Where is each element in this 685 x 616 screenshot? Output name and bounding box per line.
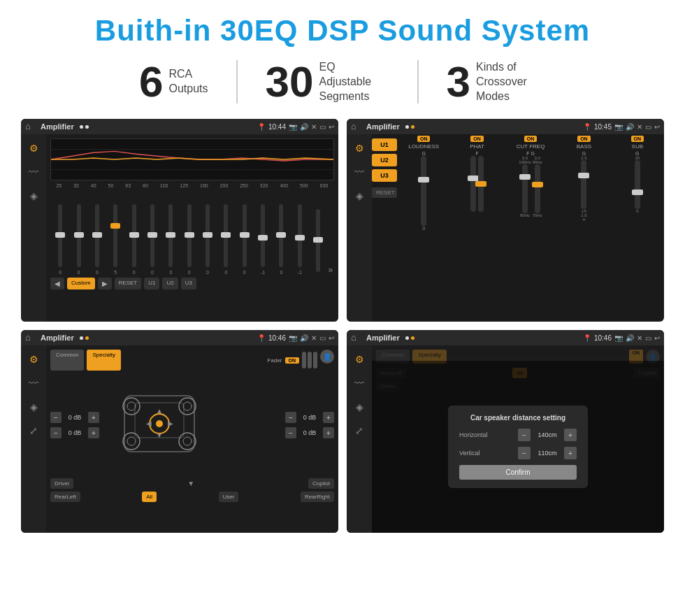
all-label[interactable]: All <box>142 492 157 502</box>
user-label[interactable]: User <box>219 492 239 502</box>
cutfreq-slider-2[interactable] <box>535 164 540 213</box>
back-icon-4[interactable]: ↩ <box>654 334 660 342</box>
vol-plus-4[interactable]: + <box>323 427 334 438</box>
driver-label[interactable]: Driver <box>50 478 73 489</box>
dialog-horizontal-row: Horizontal − 140cm + <box>459 429 577 441</box>
vol-plus-1[interactable]: + <box>88 412 99 423</box>
vol-minus-3[interactable]: − <box>285 412 296 423</box>
prev-arrow[interactable]: ◀ <box>50 278 64 289</box>
vertical-value: 110cm <box>533 450 561 457</box>
reset-btn-eq[interactable]: RESET <box>115 278 142 289</box>
fader-eq-icon[interactable]: ⚙ <box>25 351 42 368</box>
reset-btn-xo[interactable]: RESET <box>372 187 397 198</box>
dlg-speaker-icon[interactable]: ◈ <box>351 399 368 415</box>
slider-15[interactable] <box>310 209 326 275</box>
time-1: 10:44 <box>268 123 286 131</box>
phat-label: PHAT <box>470 143 484 150</box>
confirm-button[interactable]: Confirm <box>459 465 577 480</box>
tab-common[interactable]: Common <box>50 350 84 371</box>
cutfreq-on[interactable]: ON <box>524 136 538 142</box>
preset-u3[interactable]: U3 <box>372 169 397 182</box>
fader-on-badge[interactable]: ON <box>285 357 300 364</box>
xo-eq-icon[interactable]: ⚙ <box>351 140 368 157</box>
sub-on[interactable]: ON <box>631 136 644 142</box>
vertical-minus[interactable]: − <box>518 447 531 459</box>
back-icon[interactable]: ↩ <box>329 123 334 131</box>
cutfreq-slider-1[interactable] <box>522 164 528 213</box>
slider-14[interactable]: -1 <box>291 204 308 275</box>
slider-1[interactable]: 0 <box>52 204 68 275</box>
slider-9[interactable]: 0 <box>199 204 216 275</box>
slider-13[interactable]: 0 <box>273 204 289 275</box>
u2-btn[interactable]: U2 <box>162 278 178 289</box>
close-icon-4: ✕ <box>637 334 642 342</box>
stat-rca: 6 RCAOutputs <box>111 60 238 103</box>
preset-u2[interactable]: U2 <box>372 154 397 166</box>
bass-on[interactable]: ON <box>577 136 591 142</box>
slider-6[interactable]: 0 <box>144 204 161 275</box>
xo-wave-icon[interactable]: 〰 <box>351 164 368 180</box>
dlg-wave-icon[interactable]: 〰 <box>351 375 368 392</box>
back-icon-2[interactable]: ↩ <box>654 123 660 131</box>
u3-btn[interactable]: U3 <box>181 278 196 289</box>
u1-btn[interactable]: U1 <box>144 278 159 289</box>
fader-wave-icon[interactable]: 〰 <box>25 375 42 392</box>
dlg-expand-icon[interactable]: ⤢ <box>351 422 368 439</box>
eq-screen-content: ⚙ 〰 ◈ <box>21 134 338 322</box>
slider-11[interactable]: 0 <box>236 204 253 275</box>
slider-7[interactable]: 0 <box>162 204 179 275</box>
svg-text:◀: ◀ <box>146 420 152 427</box>
phat-on[interactable]: ON <box>470 136 484 142</box>
fader-mini-2[interactable] <box>308 352 312 368</box>
fader-mini-1[interactable] <box>302 352 306 368</box>
slider-2[interactable]: 0 <box>70 204 87 275</box>
volume-icon: 🔊 <box>300 123 308 131</box>
horizontal-minus[interactable]: − <box>518 429 531 441</box>
loudness-on[interactable]: ON <box>417 136 431 142</box>
loudness-slider[interactable] <box>421 156 426 226</box>
rearleft-label[interactable]: RearLeft <box>50 492 80 502</box>
rearright-label[interactable]: RearRight <box>301 492 334 502</box>
fader-speaker-icon[interactable]: ◈ <box>25 399 42 415</box>
vol-plus-2[interactable]: + <box>88 427 99 438</box>
phat-slider-2[interactable] <box>478 156 484 212</box>
slider-8[interactable]: 0 <box>181 204 198 275</box>
slider-4[interactable]: 5 <box>107 204 124 275</box>
tab-specialty[interactable]: Specialty <box>87 350 120 371</box>
camera-icon-2: 📷 <box>614 123 623 131</box>
dlg-eq-icon[interactable]: ⚙ <box>351 351 368 368</box>
slider-5[interactable]: 0 <box>125 204 142 275</box>
home-icon-3[interactable]: ⌂ <box>25 332 36 343</box>
xo-speaker-icon[interactable]: ◈ <box>351 187 368 204</box>
horizontal-plus[interactable]: + <box>564 429 577 441</box>
preset-u1[interactable]: U1 <box>372 138 397 151</box>
vol-minus-2[interactable]: − <box>50 427 62 438</box>
freq-32: 32 <box>73 183 79 188</box>
dot-2 <box>85 125 89 129</box>
back-icon-3[interactable]: ↩ <box>329 334 334 342</box>
fader-mini-3[interactable] <box>313 352 317 368</box>
slider-3[interactable]: 0 <box>89 204 106 275</box>
person-icon[interactable]: 👤 <box>320 350 334 364</box>
vol-plus-3[interactable]: + <box>323 412 334 423</box>
vol-val-3: 0 dB <box>299 414 320 421</box>
vol-minus-1[interactable]: − <box>50 412 62 423</box>
vol-minus-4[interactable]: − <box>285 427 296 438</box>
dot-indicators-3 <box>80 336 89 340</box>
eq-sidebar-eq-icon[interactable]: ⚙ <box>25 140 42 157</box>
home-icon-4[interactable]: ⌂ <box>351 332 362 343</box>
home-icon-1[interactable]: ⌂ <box>25 121 36 132</box>
fader-expand-icon[interactable]: ⤢ <box>25 422 42 439</box>
eq-sidebar-speaker-icon[interactable]: ◈ <box>25 187 42 204</box>
home-icon-2[interactable]: ⌂ <box>351 121 362 132</box>
vertical-plus[interactable]: + <box>564 447 577 459</box>
fader-screen-content: ⚙ 〰 ◈ ⤢ Common Specialty Fader ON <box>21 345 338 533</box>
eq-sidebar-wave-icon[interactable]: 〰 <box>25 164 42 180</box>
sub-slider[interactable] <box>635 160 640 209</box>
copilot-label[interactable]: Copilot <box>308 478 334 489</box>
slider-12[interactable]: -1 <box>254 204 271 275</box>
custom-btn[interactable]: Custom <box>67 278 95 289</box>
slider-10[interactable]: 0 <box>217 204 234 275</box>
bass-slider[interactable] <box>581 160 586 209</box>
next-arrow[interactable]: ▶ <box>98 278 112 289</box>
